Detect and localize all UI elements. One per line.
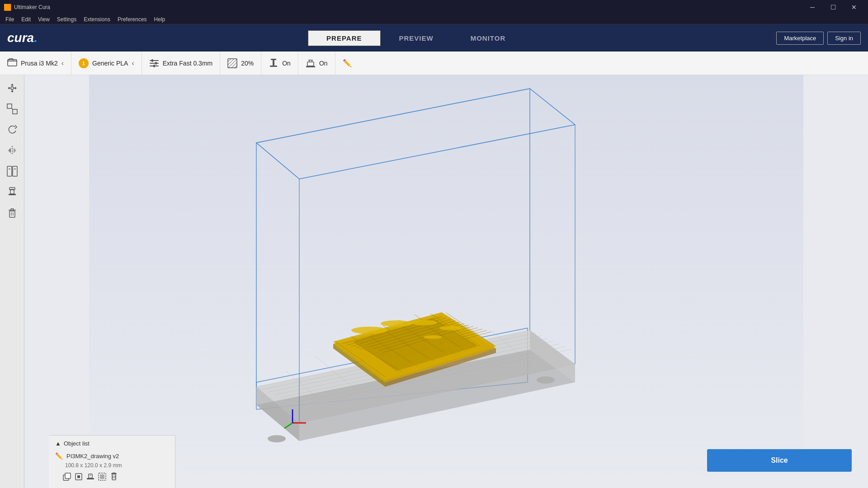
svg-rect-7 <box>228 59 237 68</box>
svg-rect-2 <box>150 63 159 64</box>
object-list-header[interactable]: ▲ Object list <box>55 440 169 447</box>
profile-section: Extra Fast 0.3mm <box>142 52 220 75</box>
svg-rect-6 <box>153 65 155 67</box>
open-folder-button[interactable] <box>7 57 17 69</box>
object-item-name: PI3MK2_drawing v2 <box>66 453 119 460</box>
mirror-tool-button[interactable] <box>3 141 22 160</box>
tab-monitor[interactable]: MONITOR <box>452 30 524 46</box>
toolbar-right-actions: Marketplace Sign in <box>776 32 861 45</box>
svg-rect-30 <box>9 188 15 190</box>
svg-marker-23 <box>14 148 16 153</box>
support-section: On <box>261 52 298 75</box>
custom-settings-section: ✏️ <box>335 52 359 75</box>
multiply-object-button[interactable] <box>62 472 71 483</box>
material-badge: 1 <box>79 58 89 68</box>
menu-bar: File Edit View Settings Extensions Prefe… <box>0 14 868 24</box>
svg-point-116 <box>381 320 412 327</box>
menu-edit[interactable]: Edit <box>18 15 34 23</box>
svg-rect-1 <box>150 60 159 61</box>
svg-line-20 <box>12 108 13 109</box>
svg-rect-18 <box>7 104 12 108</box>
adhesion-section: On <box>298 52 335 75</box>
nav-tabs: PREPARE PREVIEW MONITOR <box>56 30 777 46</box>
rotate-tool-button[interactable] <box>3 120 22 139</box>
svg-rect-4 <box>151 59 153 62</box>
menu-file[interactable]: File <box>2 15 18 23</box>
support-blocker-button[interactable] <box>3 183 22 202</box>
printer-nav-prev[interactable]: ‹ <box>61 59 64 67</box>
svg-rect-8 <box>270 66 277 67</box>
svg-rect-130 <box>100 474 104 479</box>
marketplace-button[interactable]: Marketplace <box>776 32 824 45</box>
custom-settings-button[interactable]: ✏️ <box>343 59 352 67</box>
delete-object-button[interactable] <box>3 203 22 222</box>
svg-marker-22 <box>8 148 11 153</box>
printer-name: Prusa i3 Mk2 <box>21 60 58 67</box>
menu-settings[interactable]: Settings <box>53 15 80 23</box>
signin-button[interactable]: Sign in <box>827 32 861 45</box>
svg-point-67 <box>537 376 555 384</box>
minimize-button[interactable]: ─ <box>802 0 823 14</box>
svg-rect-24 <box>7 166 12 176</box>
delete-model-button[interactable] <box>109 472 118 483</box>
main-toolbar: cura. PREPARE PREVIEW MONITOR Marketplac… <box>0 24 868 52</box>
svg-point-119 <box>424 335 442 339</box>
infill-value: 20% <box>241 60 254 67</box>
printer-section: Prusa i3 Mk2 ‹ <box>0 52 71 75</box>
menu-preferences[interactable]: Preferences <box>114 15 151 23</box>
support-value: On <box>282 60 291 67</box>
select-all-button[interactable] <box>98 472 107 483</box>
infill-section: 20% <box>220 52 261 75</box>
per-model-settings-button[interactable] <box>3 162 22 181</box>
collapse-icon: ▲ <box>55 440 61 447</box>
tab-preview[interactable]: PREVIEW <box>381 30 452 46</box>
svg-point-115 <box>351 327 387 334</box>
adhesion-value: On <box>319 60 328 67</box>
menu-help[interactable]: Help <box>151 15 169 23</box>
settings-bar: Prusa i3 Mk2 ‹ 1 Generic PLA ‹ Extra Fas… <box>0 52 868 75</box>
object-list-panel: ▲ Object list ✏️ PI3MK2_drawing v2 100.8… <box>49 435 175 488</box>
slice-button[interactable]: Slice <box>707 449 852 472</box>
slice-section: Slice <box>700 442 859 479</box>
lay-flat-button[interactable] <box>86 472 95 483</box>
menu-extensions[interactable]: Extensions <box>80 15 114 23</box>
viewport-scene <box>24 75 868 488</box>
svg-rect-10 <box>271 59 276 60</box>
maximize-button[interactable]: ☐ <box>823 0 844 14</box>
svg-rect-12 <box>307 62 314 66</box>
svg-rect-132 <box>112 474 116 480</box>
svg-rect-126 <box>77 475 80 478</box>
object-list-label: Object list <box>64 440 90 447</box>
svg-point-117 <box>410 320 437 325</box>
app-icon: 🟧 <box>4 4 11 11</box>
svg-point-66 <box>268 435 286 442</box>
material-section: 1 Generic PLA ‹ <box>71 52 142 75</box>
adhesion-icon <box>306 58 316 68</box>
center-object-button[interactable] <box>74 472 83 483</box>
support-icon <box>269 58 278 68</box>
svg-point-118 <box>439 326 462 330</box>
object-item-icon: ✏️ <box>55 452 63 460</box>
scale-tool-button[interactable] <box>3 99 22 118</box>
menu-view[interactable]: View <box>34 15 53 23</box>
3d-viewport[interactable]: ▲ Object list ✏️ PI3MK2_drawing v2 100.8… <box>24 75 868 488</box>
svg-rect-124 <box>65 473 71 479</box>
close-button[interactable]: ✕ <box>844 0 864 14</box>
svg-point-13 <box>11 87 14 89</box>
svg-rect-25 <box>13 166 17 176</box>
object-actions <box>62 472 169 483</box>
move-tool-button[interactable] <box>3 79 22 98</box>
app-logo: cura. <box>7 31 38 45</box>
main-area: ▲ Object list ✏️ PI3MK2_drawing v2 100.8… <box>0 75 868 488</box>
tab-prepare[interactable]: PREPARE <box>308 30 380 46</box>
title-bar: 🟧 Ultimaker Cura ─ ☐ ✕ <box>0 0 868 14</box>
left-sidebar <box>0 75 24 488</box>
svg-rect-31 <box>9 211 15 217</box>
profile-icon <box>149 58 159 68</box>
profile-name: Extra Fast 0.3mm <box>163 60 212 67</box>
material-nav-prev[interactable]: ‹ <box>132 59 134 67</box>
svg-rect-19 <box>13 109 17 114</box>
svg-rect-5 <box>155 62 157 65</box>
app-title: Ultimaker Cura <box>14 4 50 10</box>
svg-rect-38 <box>89 75 803 488</box>
